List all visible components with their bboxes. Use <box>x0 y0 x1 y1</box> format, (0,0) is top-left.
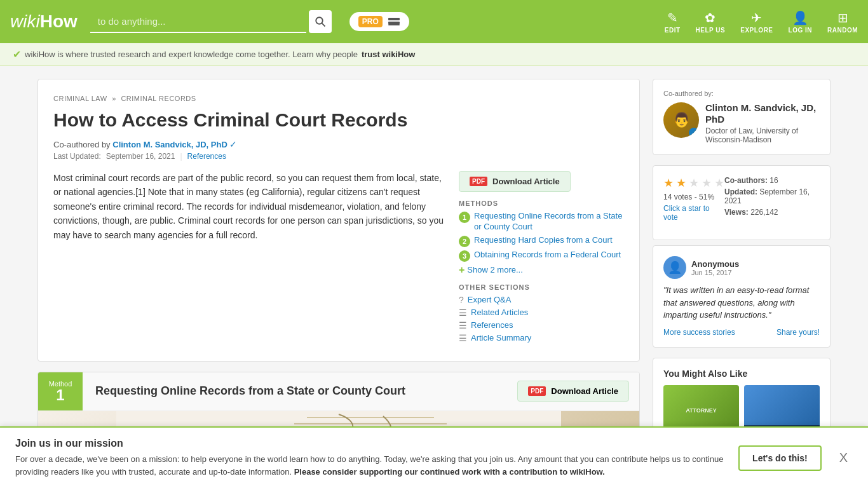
donation-bar: Join us in our mission For over a decade… <box>0 426 868 475</box>
author-details: Clinton M. Sandvick, JD, PhD Doctor of L… <box>705 102 820 144</box>
method-link-1[interactable]: Requesting Online Records from a State o… <box>474 211 624 233</box>
pdf-icon-method: PDF <box>528 386 546 396</box>
user-icon: 👤 <box>792 10 808 25</box>
star-1[interactable]: ★ <box>663 176 674 190</box>
site-logo[interactable]: wikiHow <box>10 11 78 32</box>
other-item-references: ☰ References <box>459 320 624 330</box>
author-avatar: 👨 ✓ <box>663 102 699 138</box>
nav-help-us[interactable]: ✿ HELP US <box>696 10 726 34</box>
breadcrumb-cat1[interactable]: CRIMINAL LAW <box>53 95 107 102</box>
trust-link[interactable]: trust wikiHow <box>362 50 416 59</box>
co-authors-value: 16 <box>770 176 778 185</box>
verified-icon: ✓ <box>689 128 699 138</box>
star-rating[interactable]: ★ ★ ★ ★ ★ <box>663 176 724 190</box>
references-link[interactable]: References <box>187 152 226 161</box>
stats-info: Co-authors: 16 Updated: September 16, 20… <box>724 176 820 219</box>
nav-login[interactable]: 👤 LOG IN <box>789 10 812 34</box>
reviewer-info: Anonymous Jun 15, 2017 <box>691 259 739 276</box>
vote-cta[interactable]: Click a star to vote <box>663 204 724 222</box>
article-title: How to Access Criminal Court Records <box>53 109 624 132</box>
other-item-related: ☰ Related Articles <box>459 308 624 318</box>
svg-rect-4 <box>388 24 400 25</box>
sidebar: Co-authored by: 👨 ✓ Clinton M. Sandvick,… <box>653 79 831 463</box>
method-download-button[interactable]: PDF Download Article <box>517 381 629 402</box>
stats-row: ★ ★ ★ ★ ★ 14 votes - 51% Click a star to… <box>663 176 820 229</box>
more-stories-link[interactable]: More success stories <box>663 328 735 337</box>
author-line: Co-authored by Clinton M. Sandvick, JD, … <box>53 139 624 149</box>
co-authors-label: Co-authors: <box>724 176 768 185</box>
review-text: "It was written in an easy-to-read forma… <box>663 284 820 322</box>
other-sections-label: OTHER SECTIONS <box>459 283 624 291</box>
nav-edit[interactable]: ✎ EDIT <box>665 10 681 34</box>
method-title: Requesting Online Records from a State o… <box>83 377 517 405</box>
article-body: Most criminal court records are part of … <box>53 171 446 346</box>
also-img-label-1: ATTORNEY <box>686 407 717 414</box>
review-actions: More success stories Share yours! <box>663 328 820 337</box>
date-line: Last Updated: September 16, 2021 | Refer… <box>53 152 624 161</box>
search-button[interactable] <box>309 10 332 33</box>
svg-rect-3 <box>388 22 400 24</box>
author-link[interactable]: Clinton M. Sandvick, JD, PhD <box>112 140 227 149</box>
svg-point-0 <box>316 17 323 24</box>
breadcrumb-cat2[interactable]: CRIMINAL RECORDS <box>121 95 196 102</box>
nav-random[interactable]: ⊞ RANDOM <box>827 10 858 34</box>
rating-section: ★ ★ ★ ★ ★ 14 votes - 51% Click a star to… <box>663 176 724 229</box>
pro-badge[interactable]: PRO <box>349 12 409 31</box>
sidebar-author-credential: Doctor of Law, University of Wisconsin-M… <box>705 126 820 144</box>
author-label: Co-authored by <box>53 140 111 149</box>
method-header: Method 1 Requesting Online Records from … <box>38 372 639 411</box>
download-article-button[interactable]: PDF Download Article <box>459 171 571 192</box>
other-link-qa[interactable]: Expert Q&A <box>468 295 512 304</box>
explore-icon: ✈ <box>751 10 762 25</box>
other-link-references[interactable]: References <box>471 320 513 330</box>
share-yours-link[interactable]: Share yours! <box>776 328 820 337</box>
pdf-icon: PDF <box>470 177 487 186</box>
method-number: 1 <box>48 388 72 403</box>
other-link-summary[interactable]: Article Summary <box>471 333 531 342</box>
search-bar <box>90 10 332 33</box>
donation-bold: Please consider supporting our continued… <box>294 467 605 475</box>
donation-button[interactable]: Let's do this! <box>738 445 822 471</box>
reviewer-avatar: 👤 <box>663 256 686 279</box>
method-download-label: Download Article <box>551 386 618 396</box>
other-link-related[interactable]: Related Articles <box>471 308 528 317</box>
main-content: CRIMINAL LAW » CRIMINAL RECORDS How to A… <box>27 66 841 475</box>
stats-card: ★ ★ ★ ★ ★ 14 votes - 51% Click a star to… <box>653 165 831 240</box>
star-2[interactable]: ★ <box>676 176 686 190</box>
method-num-3: 3 <box>459 250 470 262</box>
article-paragraph: Most criminal court records are part of … <box>53 171 446 242</box>
search-input[interactable] <box>90 11 306 33</box>
show-more-button[interactable]: + Show 2 more... <box>459 264 624 276</box>
random-icon: ⊞ <box>837 10 848 25</box>
method-item-1: 1 Requesting Online Records from a State… <box>459 211 624 233</box>
star-4[interactable]: ★ <box>702 176 712 190</box>
updated-label: Last Updated: <box>53 152 101 161</box>
sidebar-author-name: Clinton M. Sandvick, JD, PhD <box>705 102 820 125</box>
method-item-3: 3 Obtaining Records from a Federal Court <box>459 250 624 262</box>
views-info: Views: 226,142 <box>724 208 820 217</box>
other-sections: OTHER SECTIONS ? Expert Q&A ☰ Related Ar… <box>459 283 624 343</box>
method-num-1: 1 <box>459 212 470 223</box>
svg-rect-2 <box>388 18 400 20</box>
svg-line-1 <box>322 24 325 27</box>
author-name: Clinton M. Sandvick, JD, PhD <box>112 140 227 149</box>
review-card: 👤 Anonymous Jun 15, 2017 "It was written… <box>653 245 831 348</box>
close-donation-button[interactable]: X <box>834 448 853 468</box>
star-5[interactable]: ★ <box>714 176 724 190</box>
download-label: Download Article <box>492 177 560 186</box>
method-link-3[interactable]: Obtaining Records from a Federal Court <box>474 250 621 261</box>
updated-date: September 16, 2021 <box>106 152 175 161</box>
other-item-summary: ☰ Article Summary <box>459 333 624 343</box>
references-icon: ☰ <box>459 320 467 330</box>
verified-badge: ✓ <box>229 139 237 149</box>
co-authors-count: Co-authors: 16 <box>724 176 820 185</box>
nav-explore[interactable]: ✈ EXPLORE <box>740 10 773 34</box>
methods-label: METHODS <box>459 200 624 207</box>
trust-text: wikiHow is where trusted research and ex… <box>25 50 358 59</box>
methods-section: METHODS 1 Requesting Online Records from… <box>459 200 624 276</box>
star-3[interactable]: ★ <box>689 176 699 190</box>
plus-icon: + <box>459 264 465 276</box>
help-icon: ✿ <box>705 10 715 25</box>
breadcrumb-sep: » <box>112 95 116 102</box>
method-link-2[interactable]: Requesting Hard Copies from a Court <box>474 235 613 246</box>
